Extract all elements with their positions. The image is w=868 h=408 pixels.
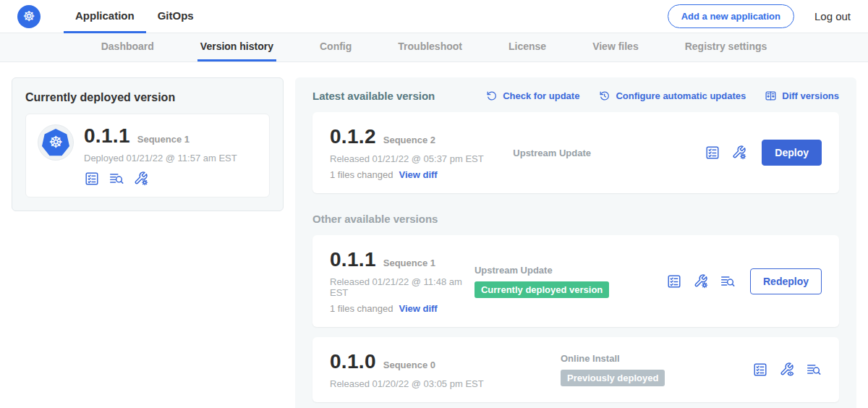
tab-troubleshoot[interactable]: Troubleshoot bbox=[395, 33, 465, 61]
diff-versions-link[interactable]: Diff versions bbox=[765, 90, 839, 102]
schedule-update-icon bbox=[598, 90, 610, 102]
deployed-timestamp: Deployed 01/21/22 @ 11:57 am EST bbox=[84, 153, 237, 163]
files-changed-label: 1 files changed bbox=[330, 303, 393, 314]
configure-automatic-updates-label: Configure automatic updates bbox=[616, 90, 746, 101]
currently-deployed-card: Currently deployed version ☸ 0.1.1 Seque… bbox=[12, 77, 284, 211]
configure-automatic-updates-link[interactable]: Configure automatic updates bbox=[598, 90, 746, 102]
latest-available-title: Latest available version bbox=[312, 90, 485, 102]
add-application-button[interactable]: Add a new application bbox=[668, 4, 794, 28]
tab-config[interactable]: Config bbox=[317, 33, 354, 61]
tab-application[interactable]: Application bbox=[64, 0, 146, 33]
check-for-update-link[interactable]: Check for update bbox=[485, 90, 579, 102]
view-diff-link[interactable]: View diff bbox=[399, 169, 437, 180]
app-header: ☸ Application GitOps Add a new applicati… bbox=[0, 0, 868, 33]
tab-license[interactable]: License bbox=[506, 33, 549, 61]
redeploy-button[interactable]: Redeploy bbox=[750, 268, 822, 294]
tab-dashboard[interactable]: Dashboard bbox=[98, 33, 157, 61]
sequence-label: Sequence 1 bbox=[383, 258, 435, 268]
logout-button[interactable]: Log out bbox=[814, 10, 851, 22]
version-number: 0.1.2 bbox=[330, 125, 376, 148]
currently-deployed-version: ☸ 0.1.1 Sequence 1 Deployed 01/21/22 @ 1… bbox=[25, 114, 270, 197]
other-available-title: Other available versions bbox=[312, 213, 839, 225]
diff-versions-icon bbox=[765, 90, 777, 102]
diff-versions-label: Diff versions bbox=[782, 90, 839, 101]
view-diff-link[interactable]: View diff bbox=[399, 303, 437, 314]
status-badge-previously-deployed: Previously deployed bbox=[561, 370, 665, 386]
release-notes-icon[interactable] bbox=[752, 362, 768, 378]
header-tabs: Application GitOps bbox=[64, 0, 205, 33]
deployed-sequence-label: Sequence 1 bbox=[137, 134, 190, 145]
edit-config-icon[interactable] bbox=[693, 273, 709, 289]
deployed-version-number: 0.1.1 bbox=[84, 124, 130, 148]
released-timestamp: Released 01/21/22 @ 11:48 am EST bbox=[330, 276, 475, 298]
deploy-logs-icon[interactable] bbox=[720, 273, 736, 289]
tab-version-history[interactable]: Version history bbox=[197, 33, 276, 61]
sequence-label: Sequence 0 bbox=[383, 360, 435, 370]
version-history-panel: Latest available version Check for updat… bbox=[295, 77, 856, 408]
release-notes-icon[interactable] bbox=[84, 171, 100, 187]
deploy-logs-icon[interactable] bbox=[806, 362, 822, 378]
release-notes-icon[interactable] bbox=[666, 273, 682, 289]
edit-config-icon[interactable] bbox=[731, 145, 747, 161]
check-for-update-label: Check for update bbox=[503, 90, 579, 101]
version-number: 0.1.1 bbox=[330, 248, 376, 271]
sequence-label: Sequence 2 bbox=[383, 135, 435, 145]
version-card-0-1-2: 0.1.2 Sequence 2 Released 01/21/22 @ 05:… bbox=[312, 112, 839, 193]
deploy-logs-icon[interactable] bbox=[109, 171, 124, 187]
tab-view-files[interactable]: View files bbox=[590, 33, 642, 61]
files-changed-label: 1 files changed bbox=[330, 169, 393, 180]
version-source-label: Upstream Update bbox=[513, 148, 705, 158]
main-content: Currently deployed version ☸ 0.1.1 Seque… bbox=[0, 62, 868, 408]
refresh-icon bbox=[485, 90, 498, 102]
edit-config-icon[interactable] bbox=[133, 171, 149, 187]
released-timestamp: Released 01/20/22 @ 03:05 pm EST bbox=[330, 378, 561, 389]
kubernetes-logo: ☸ bbox=[42, 129, 69, 156]
app-logo: ☸ bbox=[38, 124, 74, 161]
tab-registry-settings[interactable]: Registry settings bbox=[682, 33, 770, 61]
version-card-0-1-1: 0.1.1 Sequence 1 Released 01/21/22 @ 11:… bbox=[312, 235, 839, 327]
deploy-button[interactable]: Deploy bbox=[762, 140, 822, 166]
currently-deployed-title: Currently deployed version bbox=[25, 91, 270, 104]
released-timestamp: Released 01/21/22 @ 05:37 pm EST bbox=[330, 153, 513, 164]
status-badge-currently-deployed: Currently deployed version bbox=[475, 281, 609, 298]
version-number: 0.1.0 bbox=[330, 350, 376, 373]
kubernetes-logo: ☸ bbox=[17, 5, 41, 28]
view-config-icon[interactable] bbox=[779, 362, 795, 378]
tab-gitops[interactable]: GitOps bbox=[146, 0, 205, 33]
app-subnav: Dashboard Version history Config Trouble… bbox=[0, 33, 868, 62]
version-source-label: Upstream Update bbox=[475, 265, 666, 276]
release-notes-icon[interactable] bbox=[705, 145, 720, 161]
version-source-label: Online Install bbox=[561, 353, 752, 364]
version-card-0-1-0: 0.1.0 Sequence 0 Released 01/20/22 @ 03:… bbox=[312, 337, 839, 402]
